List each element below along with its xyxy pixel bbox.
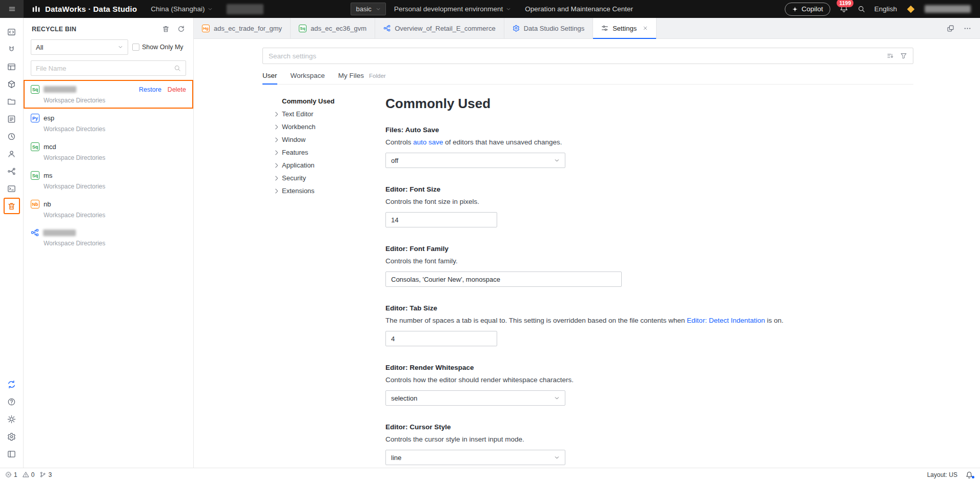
- environment-selector[interactable]: Personal development environment: [394, 5, 511, 13]
- item-actions: RestoreDelete: [139, 86, 186, 93]
- notifications-button[interactable]: 1199: [840, 4, 848, 15]
- rail-lineage-button[interactable]: [4, 163, 19, 179]
- filter-icon[interactable]: [900, 52, 907, 59]
- tab-data-studio-settings[interactable]: Data Studio Settings: [504, 18, 594, 38]
- py-node-icon: Py: [31, 114, 39, 122]
- tab-settings[interactable]: Settings: [593, 18, 657, 38]
- restore-link[interactable]: Restore: [139, 86, 161, 93]
- rail-tables-button[interactable]: [4, 59, 19, 74]
- status-notifications-button[interactable]: [966, 471, 973, 478]
- warning-count[interactable]: 0: [23, 471, 35, 478]
- copilot-button[interactable]: Copilot: [785, 3, 830, 16]
- settings-tree: Commonly UsedText EditorWorkbenchWindowF…: [273, 95, 385, 468]
- checkbox-box[interactable]: [132, 44, 139, 51]
- tree-item-text-editor[interactable]: Text Editor: [273, 108, 385, 120]
- workspace-name-redacted[interactable]: [227, 4, 263, 14]
- type-filter-select[interactable]: All: [31, 39, 128, 55]
- tree-item-label: Application: [282, 161, 315, 169]
- setting-description-link[interactable]: Editor: Detect Indentation: [687, 317, 765, 324]
- setting-description-text: Controls the font size in pixels.: [385, 198, 479, 205]
- recycle-item-esp[interactable]: PyespWorkspace Directories: [24, 109, 193, 137]
- brand[interactable]: DataWorks · Data Studio: [32, 5, 137, 13]
- split-view-icon[interactable]: [947, 25, 954, 32]
- tasks-icon: [7, 115, 16, 123]
- rail-theme-button[interactable]: [4, 411, 19, 427]
- scope-tab-workspace[interactable]: Workspace: [291, 72, 325, 84]
- tab-ads-ec-trade-for-gmy[interactable]: Hgads_ec_trade_for_gmy: [194, 18, 291, 38]
- recycle-item-redacted[interactable]: SqRestoreDeleteWorkspace Directories: [24, 80, 193, 109]
- rail-recycle-bin-button[interactable]: [4, 198, 19, 214]
- show-only-my-checkbox[interactable]: Show Only My: [132, 44, 183, 51]
- rail-assets-button[interactable]: [4, 76, 19, 92]
- close-tab-icon[interactable]: [643, 26, 648, 31]
- rail-terminal-button[interactable]: [4, 181, 19, 196]
- rail-sync-button[interactable]: [4, 377, 19, 392]
- tab-overview-of-retail-e-commerce[interactable]: Overview_of_Retail_E_commerce: [375, 18, 504, 38]
- tab-ads-ec-ec36-gvm[interactable]: Sqads_ec_ec36_gvm: [291, 18, 375, 38]
- tab-label: Overview_of_Retail_E_commerce: [395, 25, 496, 32]
- account-name-redacted[interactable]: [925, 5, 971, 13]
- refresh-icon[interactable]: [177, 25, 185, 33]
- empty-recycle-bin-icon[interactable]: [162, 25, 170, 33]
- editor-cursor-style-select[interactable]: line: [385, 450, 565, 465]
- rail-files-button[interactable]: [4, 94, 19, 109]
- mode-selector[interactable]: basic: [351, 3, 385, 15]
- editor-tab-size-input[interactable]: [385, 331, 497, 346]
- warning-count-value: 0: [31, 471, 35, 478]
- rail-history-button[interactable]: [4, 129, 19, 144]
- region-selector[interactable]: China (Shanghai): [151, 5, 213, 13]
- tree-item-extensions[interactable]: Extensions: [273, 184, 385, 197]
- tree-item-commonly-used[interactable]: Commonly Used: [273, 95, 385, 108]
- recycle-bin-title: RECYCLE BIN: [32, 26, 76, 33]
- recycle-item-nb[interactable]: NbnbWorkspace Directories: [24, 195, 193, 223]
- delete-link[interactable]: Delete: [168, 86, 186, 93]
- tree-item-security[interactable]: Security: [273, 172, 385, 184]
- global-search-button[interactable]: [858, 5, 865, 13]
- editor-font-family-input[interactable]: [385, 271, 622, 287]
- rail-tasks-button[interactable]: [4, 111, 19, 127]
- rail-layout-button[interactable]: [4, 446, 19, 462]
- tree-item-window[interactable]: Window: [273, 133, 385, 146]
- recycle-item-mcd[interactable]: SqmcdWorkspace Directories: [24, 137, 193, 166]
- rail-data-development-button[interactable]: [4, 24, 19, 39]
- setting-title: Editor: Render Whitespace: [385, 364, 980, 371]
- rail-tenant-button[interactable]: [4, 146, 19, 161]
- environment-label: Personal development environment: [394, 5, 503, 13]
- hamburger-menu-button[interactable]: [0, 0, 24, 18]
- rail-settings-gear-button[interactable]: [4, 429, 19, 444]
- recycle-item-ms[interactable]: SqmsWorkspace Directories: [24, 166, 193, 195]
- nav-operation-maintenance-center[interactable]: Operation and Maintenance Center: [525, 5, 633, 13]
- setting-editor-font-family: Editor: Font FamilyControls the font fam…: [385, 245, 980, 287]
- scope-tab-user[interactable]: User: [262, 72, 277, 84]
- tree-item-application[interactable]: Application: [273, 159, 385, 172]
- dataworks-app: DataWorks · Data Studio China (Shanghai)…: [0, 0, 980, 481]
- tree-item-label: Window: [282, 136, 305, 143]
- editor-font-size-input[interactable]: [385, 212, 497, 227]
- editor-render-whitespace-select[interactable]: selection: [385, 390, 565, 406]
- error-count-value: 1: [14, 471, 17, 478]
- rail-queries-button[interactable]: [4, 41, 19, 57]
- membership-diamond-icon[interactable]: [906, 5, 915, 14]
- tree-item-label: Extensions: [282, 187, 315, 195]
- language-selector[interactable]: English: [874, 5, 897, 13]
- tree-item-features[interactable]: Features: [273, 146, 385, 159]
- recycle-item-redacted[interactable]: Workspace Directories: [24, 223, 193, 252]
- queries-icon: [7, 45, 16, 54]
- magnifier-icon: [174, 65, 181, 72]
- item-name: mcd: [44, 143, 56, 151]
- more-actions-icon[interactable]: [964, 25, 971, 32]
- files-auto-save-select[interactable]: off: [385, 153, 565, 168]
- tree-item-workbench[interactable]: Workbench: [273, 120, 385, 133]
- scope-tab-my-files[interactable]: My Files: [338, 72, 364, 84]
- collapse-list-icon[interactable]: [887, 52, 894, 59]
- rail-help-button[interactable]: [4, 394, 19, 409]
- file-name-input[interactable]: [36, 65, 174, 72]
- error-count[interactable]: 1: [5, 471, 17, 478]
- settings-search-input[interactable]: [269, 52, 881, 60]
- setting-editor-cursor-style: Editor: Cursor StyleControls the cursor …: [385, 423, 980, 465]
- tab-label: Data Studio Settings: [524, 25, 585, 32]
- layout-indicator[interactable]: Layout: US: [927, 471, 957, 478]
- tree-item-label: Text Editor: [282, 110, 313, 118]
- setting-description-link[interactable]: auto save: [413, 138, 443, 146]
- branch-count[interactable]: 3: [39, 471, 52, 478]
